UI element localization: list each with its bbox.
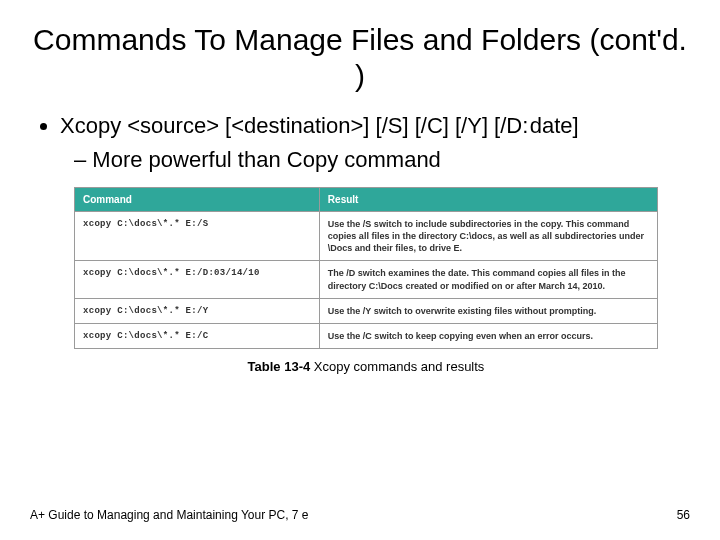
command-table: Command Result xcopy C:\docs\*.* E:/S Us… (74, 187, 658, 349)
bullet-list: Xcopy <source> [<destination>] [/S] [/C]… (36, 112, 690, 173)
bullet-main: Xcopy <source> [<destination>] [/S] [/C]… (60, 112, 690, 140)
bullet-sublist: More powerful than Copy command (74, 146, 690, 174)
cell-command: xcopy C:\docs\*.* E:/D:03/14/10 (75, 261, 320, 298)
cell-result: Use the /S switch to include subdirector… (319, 212, 657, 261)
caption-label: Table 13-4 (248, 359, 311, 374)
cell-command: xcopy C:\docs\*.* E:/C (75, 323, 320, 348)
table-row: xcopy C:\docs\*.* E:/S Use the /S switch… (75, 212, 658, 261)
table-header-row: Command Result (75, 188, 658, 212)
col-header-result: Result (319, 188, 657, 212)
table-caption: Table 13-4 Xcopy commands and results (74, 359, 658, 374)
command-table-wrap: Command Result xcopy C:\docs\*.* E:/S Us… (74, 187, 658, 374)
cell-result: Use the /C switch to keep copying even w… (319, 323, 657, 348)
slide-body: Commands To Manage Files and Folders (co… (0, 0, 720, 540)
table-row: xcopy C:\docs\*.* E:/C Use the /C switch… (75, 323, 658, 348)
cell-command: xcopy C:\docs\*.* E:/S (75, 212, 320, 261)
table-row: xcopy C:\docs\*.* E:/Y Use the /Y switch… (75, 298, 658, 323)
table-row: xcopy C:\docs\*.* E:/D:03/14/10 The /D s… (75, 261, 658, 298)
bullet-sub: More powerful than Copy command (74, 146, 690, 174)
footer-left: A+ Guide to Managing and Maintaining You… (30, 508, 309, 522)
caption-text: Xcopy commands and results (310, 359, 484, 374)
cell-result: The /D switch examines the date. This co… (319, 261, 657, 298)
cell-command: xcopy C:\docs\*.* E:/Y (75, 298, 320, 323)
page-number: 56 (677, 508, 690, 522)
page-title: Commands To Manage Files and Folders (co… (30, 22, 690, 94)
col-header-command: Command (75, 188, 320, 212)
cell-result: Use the /Y switch to overwrite existing … (319, 298, 657, 323)
